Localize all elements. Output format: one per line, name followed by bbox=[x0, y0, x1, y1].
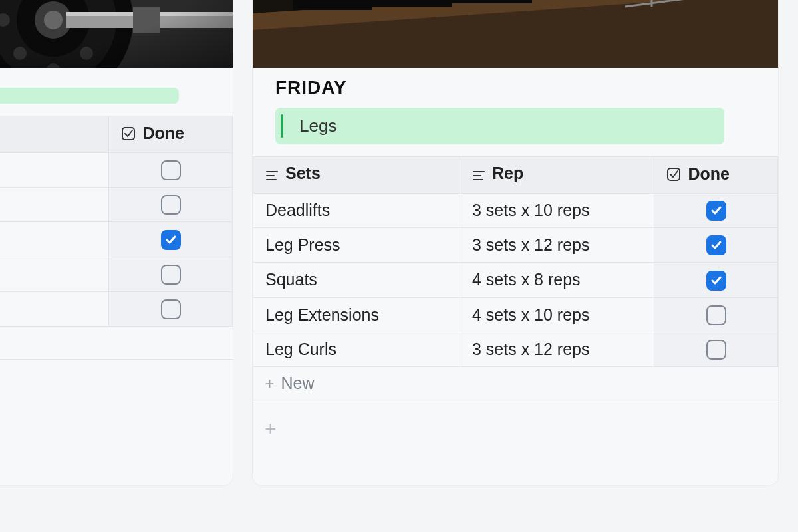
new-row[interactable]: +New bbox=[0, 327, 233, 360]
done-checkbox[interactable] bbox=[706, 271, 726, 291]
done-checkbox[interactable] bbox=[161, 299, 181, 319]
exercise-rows-left: x 8 repsx 10 repsx 12 repsx 10 repsx 12 … bbox=[0, 152, 233, 360]
table-row[interactable]: x 12 reps bbox=[0, 292, 233, 327]
rep-cell[interactable]: x 8 reps bbox=[0, 152, 109, 187]
exercise-cell[interactable]: Squats bbox=[253, 263, 460, 297]
add-block-button-friday[interactable]: + bbox=[253, 400, 778, 458]
svg-rect-37 bbox=[452, 0, 532, 3]
checkbox-icon bbox=[121, 126, 136, 140]
svg-rect-25 bbox=[122, 128, 134, 140]
table-row[interactable]: x 10 reps bbox=[0, 257, 233, 291]
rep-cell[interactable]: x 10 reps bbox=[0, 257, 109, 291]
done-checkbox[interactable] bbox=[706, 340, 726, 360]
svg-rect-18 bbox=[0, 0, 233, 68]
rep-cell[interactable]: 4 sets x 8 reps bbox=[460, 263, 654, 297]
done-checkbox[interactable] bbox=[161, 265, 181, 285]
done-cell[interactable] bbox=[654, 227, 778, 262]
workout-tag-legs[interactable]: Legs bbox=[275, 108, 724, 144]
col-header-done-label: Done bbox=[142, 124, 184, 143]
done-cell[interactable] bbox=[109, 257, 233, 291]
exercise-cell[interactable]: Deadlifts bbox=[253, 193, 460, 227]
rep-cell[interactable]: x 12 reps bbox=[0, 222, 109, 257]
rep-cell[interactable]: 3 sets x 10 reps bbox=[460, 193, 654, 227]
table-row[interactable]: Leg Extensions4 sets x 10 reps bbox=[253, 297, 778, 332]
workout-tag-left[interactable] bbox=[0, 88, 179, 104]
day-title-friday: FRIDAY bbox=[253, 68, 778, 104]
rep-cell[interactable]: 3 sets x 12 reps bbox=[460, 332, 654, 367]
svg-rect-58 bbox=[668, 168, 680, 180]
add-block-button-left[interactable]: + bbox=[0, 360, 233, 417]
exercise-table-friday: Sets Rep bbox=[253, 156, 778, 400]
hero-image-left bbox=[0, 0, 233, 68]
done-checkbox[interactable] bbox=[706, 305, 726, 325]
table-row[interactable]: Squats4 sets x 8 reps bbox=[253, 263, 778, 297]
svg-rect-31 bbox=[293, 0, 372, 10]
done-checkbox[interactable] bbox=[161, 230, 181, 250]
col-header-done-label: Done bbox=[688, 164, 730, 184]
checkbox-icon bbox=[666, 166, 681, 181]
done-cell[interactable] bbox=[654, 263, 778, 297]
done-checkbox[interactable] bbox=[706, 201, 726, 221]
done-cell[interactable] bbox=[109, 187, 233, 221]
col-header-rep[interactable]: Rep bbox=[460, 157, 654, 194]
done-cell[interactable] bbox=[654, 332, 778, 367]
table-row[interactable]: Leg Curls3 sets x 12 reps bbox=[253, 332, 778, 367]
exercise-cell[interactable]: Leg Extensions bbox=[253, 297, 460, 332]
rep-cell[interactable]: x 10 reps bbox=[0, 187, 109, 221]
rep-cell[interactable]: x 12 reps bbox=[0, 292, 109, 327]
col-header-sets[interactable]: Sets bbox=[253, 157, 460, 194]
day-card-left: Sets Rep bbox=[0, 0, 233, 485]
workout-tag-label: Legs bbox=[287, 116, 336, 136]
col-header-sets-label: Sets bbox=[285, 164, 321, 183]
align-left-icon bbox=[472, 167, 485, 180]
done-cell[interactable] bbox=[109, 152, 233, 187]
plus-icon: + bbox=[265, 374, 275, 392]
workout-planner-view: Sets Rep bbox=[0, 0, 798, 532]
col-header-rep[interactable]: Rep bbox=[0, 116, 109, 153]
col-header-rep-label: Rep bbox=[492, 164, 523, 183]
done-checkbox[interactable] bbox=[161, 160, 181, 180]
hero-image-friday: FUNCTIO AL bbox=[253, 0, 778, 68]
day-card-friday: FUNCTIO AL FRIDAY Legs bbox=[253, 0, 778, 485]
done-checkbox[interactable] bbox=[706, 235, 726, 255]
done-cell[interactable] bbox=[109, 292, 233, 327]
svg-rect-34 bbox=[372, 0, 452, 7]
rep-cell[interactable]: 4 sets x 10 reps bbox=[460, 297, 654, 332]
exercise-cell[interactable]: Leg Press bbox=[253, 227, 460, 262]
exercise-cell[interactable]: Leg Curls bbox=[253, 332, 460, 367]
new-row[interactable]: +New bbox=[253, 367, 778, 400]
done-cell[interactable] bbox=[654, 193, 778, 227]
exercise-rows-friday: Deadlifts3 sets x 10 repsLeg Press3 sets… bbox=[253, 193, 778, 400]
day-title-left bbox=[0, 68, 233, 82]
new-row-label: New bbox=[281, 374, 315, 392]
table-row[interactable]: x 12 reps bbox=[0, 222, 233, 257]
col-header-done[interactable]: Done bbox=[654, 157, 778, 194]
done-cell[interactable] bbox=[109, 222, 233, 257]
rep-cell[interactable]: 3 sets x 12 reps bbox=[460, 227, 654, 262]
table-row[interactable]: Leg Press3 sets x 12 reps bbox=[253, 227, 778, 262]
done-cell[interactable] bbox=[654, 297, 778, 332]
table-row[interactable]: x 8 reps bbox=[0, 152, 233, 187]
col-header-done[interactable]: Done bbox=[109, 116, 233, 153]
done-checkbox[interactable] bbox=[161, 195, 181, 215]
align-left-icon bbox=[265, 167, 279, 180]
exercise-table-left: Sets Rep bbox=[0, 116, 233, 360]
table-row[interactable]: Deadlifts3 sets x 10 reps bbox=[253, 193, 778, 227]
table-row[interactable]: x 10 reps bbox=[0, 187, 233, 221]
